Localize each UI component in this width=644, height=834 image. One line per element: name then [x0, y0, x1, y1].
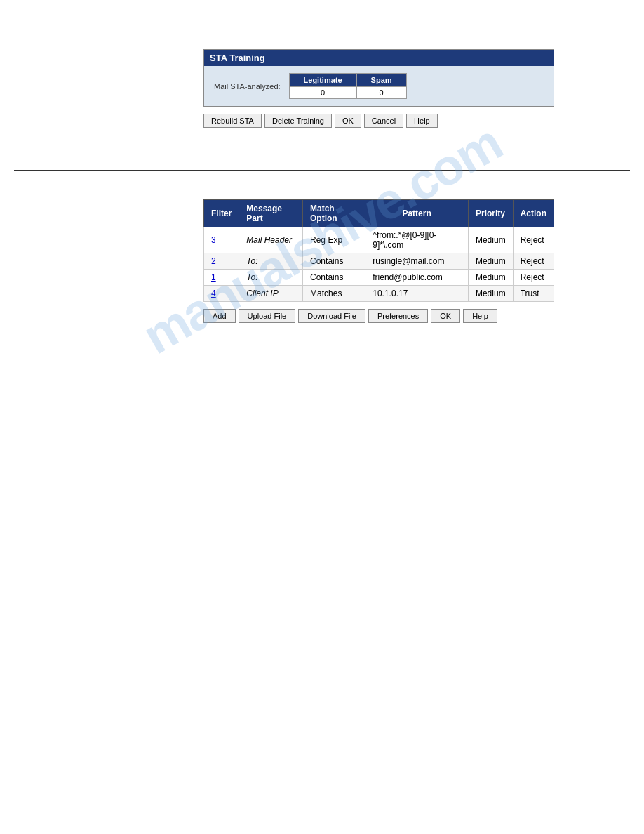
match-option-cell: Contains [303, 253, 365, 270]
pattern-cell: friend@public.com [365, 270, 469, 286]
filter-id-link[interactable]: 3 [211, 235, 216, 245]
col-header-message-part: Message Part [239, 200, 303, 227]
filter-section: Filter Message Part Match Option Pattern… [0, 199, 644, 337]
delete-training-button[interactable]: Delete Training [264, 114, 332, 128]
table-row: 2To:Containsrusingle@mail.comMediumRejec… [204, 253, 554, 270]
col-spam: Spam [356, 74, 406, 87]
sta-training-box: STA Training Mail STA-analyzed: Legitima… [203, 49, 554, 107]
message-part-cell: Mail Header [239, 227, 303, 253]
filter-id-link[interactable]: 1 [211, 272, 216, 282]
match-option-cell: Matches [303, 286, 365, 302]
action-cell: Reject [513, 253, 554, 270]
message-part-cell: Client IP [239, 286, 303, 302]
table-row: 3Mail HeaderReg Exp^from:.*@[0-9][0-9]*\… [204, 227, 554, 253]
download-file-button[interactable]: Download File [298, 309, 365, 323]
sta-buttons: Rebuild STA Delete Training OK Cancel He… [203, 114, 644, 128]
action-cell: Reject [513, 270, 554, 286]
sta-help-button[interactable]: Help [406, 114, 438, 128]
filter-table: Filter Message Part Match Option Pattern… [203, 199, 554, 302]
preferences-button[interactable]: Preferences [368, 309, 428, 323]
add-button[interactable]: Add [203, 309, 236, 323]
priority-cell: Medium [468, 253, 513, 270]
message-part-cell: To: [239, 253, 303, 270]
table-row: 1To:Containsfriend@public.comMediumRejec… [204, 270, 554, 286]
sta-cancel-button[interactable]: Cancel [364, 114, 403, 128]
filter-buttons: Add Upload File Download File Preference… [203, 309, 644, 323]
section-divider [14, 170, 630, 171]
filter-id-link[interactable]: 4 [211, 289, 216, 298]
match-option-cell: Contains [303, 270, 365, 286]
col-header-filter: Filter [204, 200, 239, 227]
rebuild-sta-button[interactable]: Rebuild STA [203, 114, 262, 128]
filter-id-link[interactable]: 2 [211, 256, 216, 266]
priority-cell: Medium [468, 270, 513, 286]
filter-id-cell: 2 [204, 253, 239, 270]
filter-ok-button[interactable]: OK [431, 309, 460, 323]
upload-file-button[interactable]: Upload File [239, 309, 296, 323]
col-header-match-option: Match Option [303, 200, 365, 227]
priority-cell: Medium [468, 227, 513, 253]
filter-id-cell: 4 [204, 286, 239, 302]
filter-id-cell: 3 [204, 227, 239, 253]
sta-training-section: STA Training Mail STA-analyzed: Legitima… [0, 35, 644, 142]
pattern-cell: rusingle@mail.com [365, 253, 469, 270]
val-spam: 0 [356, 87, 406, 99]
priority-cell: Medium [468, 286, 513, 302]
sta-training-table: Legitimate Spam 0 0 [289, 73, 407, 99]
col-header-pattern: Pattern [365, 200, 469, 227]
table-row: 4Client IPMatches10.1.0.17MediumTrust [204, 286, 554, 302]
message-part-cell: To: [239, 270, 303, 286]
col-legitimate: Legitimate [289, 74, 356, 87]
filter-help-button[interactable]: Help [463, 309, 497, 323]
sta-training-body: Mail STA-analyzed: Legitimate Spam 0 0 [204, 66, 554, 106]
pattern-cell: ^from:.*@[0-9][0-9]*\.com [365, 227, 469, 253]
filter-id-cell: 1 [204, 270, 239, 286]
val-legitimate: 0 [289, 87, 356, 99]
action-cell: Trust [513, 286, 554, 302]
col-header-priority: Priority [468, 200, 513, 227]
match-option-cell: Reg Exp [303, 227, 365, 253]
action-cell: Reject [513, 227, 554, 253]
sta-ok-button[interactable]: OK [335, 114, 361, 128]
sta-training-row: Mail STA-analyzed: Legitimate Spam 0 0 [214, 73, 544, 99]
pattern-cell: 10.1.0.17 [365, 286, 469, 302]
sta-mail-label: Mail STA-analyzed: [214, 82, 281, 91]
col-header-action: Action [513, 200, 554, 227]
sta-training-title: STA Training [204, 50, 554, 66]
